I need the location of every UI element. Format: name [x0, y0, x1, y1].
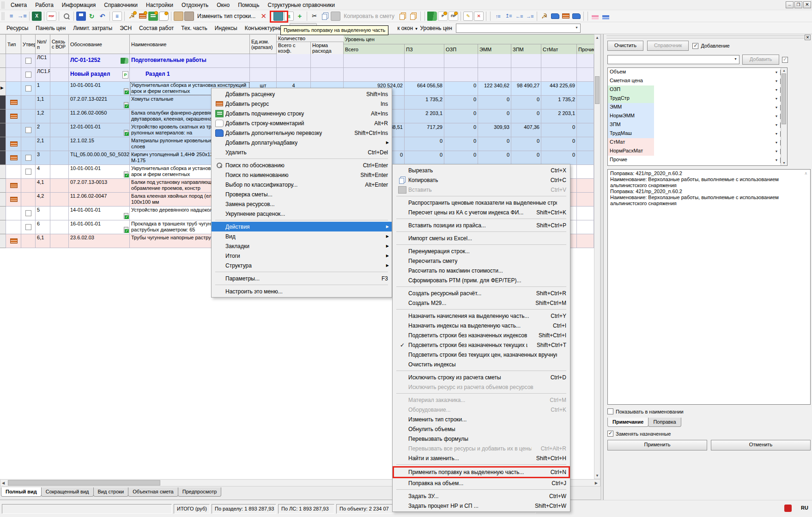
submenu-item[interactable]: Исключить строку из расчета сметы Ctrl+D: [393, 372, 570, 382]
replace-assigned-checkbox[interactable]: [607, 431, 613, 437]
submenu-item[interactable]: Назначить индексы на выделенную часть...…: [393, 321, 570, 330]
menubar-item[interactable]: Окно: [212, 1, 234, 9]
row-gutter[interactable]: [0, 96, 6, 109]
submenu-item[interactable]: Рассчитать по макс\мин стоимости...: [393, 266, 570, 275]
submenu-item[interactable]: Подсветить строки без назначенных текущи…: [393, 340, 570, 350]
scroll-down-icon[interactable]: ▼: [595, 474, 599, 478]
approve-checkbox[interactable]: [25, 85, 31, 91]
field-row[interactable]: ТрудСтр ▼: [608, 94, 787, 103]
price-level-combo[interactable]: [456, 24, 581, 33]
field-row[interactable]: НормРасхМат ▼: [608, 147, 787, 156]
apply-correction-icon[interactable]: ±: [284, 12, 294, 21]
row-gutter[interactable]: [0, 82, 6, 96]
view-tab[interactable]: Вид строки: [93, 487, 129, 497]
copy-to-estimate-button[interactable]: Копировать в смету: [341, 13, 397, 19]
field-row[interactable]: НормЭММ ▼: [608, 112, 787, 121]
chevron-down-icon[interactable]: ▼: [773, 97, 780, 100]
building-icon[interactable]: [184, 12, 194, 21]
submenu-item[interactable]: Оборудование... Ctrl+K: [393, 405, 570, 414]
chevron-down-icon[interactable]: ▼: [773, 150, 780, 153]
submenu-item[interactable]: Материал заказчика... Ctrl+M: [393, 395, 570, 405]
chevron-down-icon[interactable]: ▼: [773, 123, 780, 127]
price-p-icon[interactable]: Р: [438, 12, 448, 21]
field-row[interactable]: Прочие ▼: [608, 156, 787, 164]
table-row[interactable]: ЛС1 ЛС-01-1252 Подготовительные работы: [0, 54, 594, 68]
approve-checkbox[interactable]: [25, 169, 31, 175]
copy-sheet-icon[interactable]: [398, 12, 407, 21]
panel-toggle-button[interactable]: Индексы: [211, 24, 241, 33]
transport-2-icon[interactable]: [572, 13, 581, 19]
level-up-icon[interactable]: ↑≡: [493, 12, 503, 21]
chevron-down-icon[interactable]: ▼: [773, 158, 780, 162]
minimize-button[interactable]: [786, 1, 794, 8]
apply-button[interactable]: Применить: [607, 440, 707, 450]
search-icon[interactable]: [61, 12, 71, 21]
submenu-item[interactable]: Назначить начисления на выделенную часть…: [393, 311, 570, 321]
menubar-item[interactable]: Работа: [31, 1, 58, 9]
submenu-item[interactable]: Исключить ресурс из расчета объемов ресу…: [393, 382, 570, 392]
field-row[interactable]: ОЗП ▼: [608, 85, 787, 94]
panel-grip[interactable]: [606, 36, 805, 38]
submenu-item[interactable]: Обнулить объемы: [393, 424, 570, 434]
table-row[interactable]: ЛС1.Р1 Новый раздел Раздел 1: [0, 68, 594, 82]
submenu-item[interactable]: Изменить тип строки...: [393, 414, 570, 424]
context-menu-item[interactable]: Вид: [212, 231, 392, 241]
context-menu-item[interactable]: Проверка сметы...: [212, 189, 392, 199]
col-header-vsego[interactable]: Всего: [344, 44, 405, 54]
col-header-stmat[interactable]: СтМат: [541, 44, 577, 54]
windows-button-fragment[interactable]: к окон ▼: [396, 24, 419, 33]
context-menu-item[interactable]: Выбор по классификатору... Alt+Enter: [212, 180, 392, 189]
row-gutter[interactable]: [0, 234, 6, 248]
row-gutter[interactable]: [0, 137, 6, 151]
list-delete-icon[interactable]: ✕: [474, 12, 484, 21]
submenu-item[interactable]: Перевызвать все ресурсы и добавить их в …: [393, 444, 570, 453]
language-indicator[interactable]: RU: [801, 505, 808, 511]
paste-icon[interactable]: [331, 12, 340, 21]
submenu-item[interactable]: Применить поправку на выделенную часть..…: [393, 466, 570, 478]
scroll-up-icon[interactable]: ▲: [595, 36, 599, 40]
context-menu-item[interactable]: Настроить это меню...: [212, 286, 392, 296]
submenu-item[interactable]: Создать ресурсный расчёт... Shift+Ctrl+R: [393, 288, 570, 298]
submenu-item[interactable]: Копировать Ctrl+C: [393, 175, 570, 185]
row-gutter[interactable]: [0, 123, 6, 137]
submenu-item[interactable]: Импорт сметы из Excel...: [393, 233, 570, 243]
chevron-down-icon[interactable]: ▼: [773, 79, 780, 83]
row-gutter[interactable]: [0, 165, 6, 179]
submenu-item[interactable]: Пересчет цены из КА с учетом индекса ФИ.…: [393, 207, 570, 217]
shift-left-icon[interactable]: ←≡: [514, 12, 524, 21]
field-row[interactable]: ЭММ ▼: [608, 103, 787, 112]
submenu-item[interactable]: Очистить индексы: [393, 359, 570, 369]
scroll-down-icon[interactable]: ▼: [782, 161, 786, 164]
list-edit-icon[interactable]: ✎: [463, 12, 473, 21]
rate-icon[interactable]: ☭: [539, 12, 549, 21]
chevron-down-icon[interactable]: ▼: [773, 115, 780, 118]
book-settings-icon[interactable]: [427, 12, 437, 21]
approve-checkbox[interactable]: [25, 155, 31, 161]
submenu-item[interactable]: Распространить ценовые показатели на выд…: [393, 198, 570, 207]
scroll-right-icon[interactable]: ▶: [595, 481, 598, 485]
context-menu-item[interactable]: Добавить дополнительную перевозку Shift+…: [212, 128, 392, 138]
col-header-vor[interactable]: Связь с ВОР: [50, 35, 69, 54]
row-gutter[interactable]: [0, 109, 6, 123]
context-menu-item[interactable]: Поиск по обоснованию Ctrl+Enter: [212, 160, 392, 170]
copy-icon[interactable]: [320, 12, 330, 21]
context-menu-item[interactable]: Замена ресурсов...: [212, 199, 392, 209]
approve-checkbox[interactable]: [25, 127, 31, 133]
notes-scroll-icon[interactable]: ∧: [804, 171, 807, 176]
menubar-item[interactable]: Отдохнуть: [177, 1, 212, 9]
row-gutter[interactable]: [0, 151, 6, 165]
col-header-pz[interactable]: ПЗ: [405, 44, 444, 54]
context-menu-item[interactable]: Удалить Ctrl+Del: [212, 147, 392, 157]
context-menu-item[interactable]: Итоги: [212, 251, 392, 261]
keyboard-indicator-icon[interactable]: [784, 505, 792, 512]
submenu-item[interactable]: Вырезать Ctrl+X: [393, 165, 570, 175]
col-header-tip[interactable]: Тип: [6, 35, 21, 54]
tree-collapse-icon[interactable]: ≡: [6, 12, 16, 21]
undo-icon[interactable]: ↶: [97, 12, 107, 21]
submenu-item[interactable]: Создать М29... Shift+Ctrl+M: [393, 298, 570, 308]
col-header-zpm[interactable]: ЗПМ: [511, 44, 541, 54]
submenu-item[interactable]: Задать процент НР и СП ... Shift+Ctrl+W: [393, 501, 570, 511]
row-gutter[interactable]: [0, 193, 6, 207]
menubar-item[interactable]: Структурные справочники: [263, 1, 339, 9]
field-row[interactable]: ЗПМ ▼: [608, 121, 787, 129]
